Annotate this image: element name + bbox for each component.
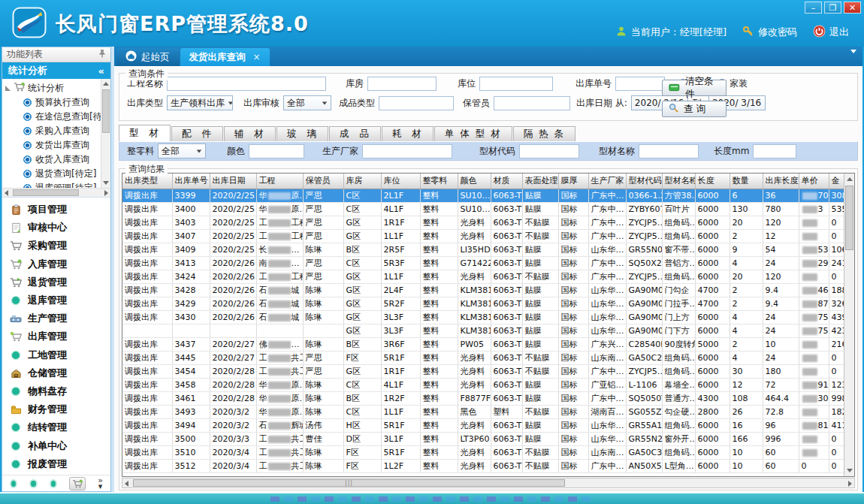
manufacturer-input[interactable] xyxy=(362,144,452,158)
pin-icon[interactable] xyxy=(98,49,106,60)
column-header[interactable]: 型材名称 xyxy=(662,174,695,189)
sidebar-menu-item[interactable]: 退库管理 xyxy=(2,292,110,309)
search-button[interactable]: 查 询 xyxy=(662,101,727,117)
sidebar-menu-item[interactable]: 结转管理 xyxy=(2,419,110,436)
scroll-down-icon[interactable] xyxy=(847,469,853,472)
table-row[interactable]: 调拨出库34302020/2/26石城陈琳G区3L3F整料KLM38176063… xyxy=(122,310,844,324)
tree-item[interactable]: 收货入库查询 xyxy=(5,152,100,167)
column-header[interactable]: 颜色 xyxy=(458,174,491,189)
scroll-up-icon[interactable] xyxy=(103,82,109,86)
profile-name-input[interactable] xyxy=(639,144,699,158)
scroll-left-icon[interactable] xyxy=(5,190,8,196)
sidebar-menu-item[interactable]: 退货管理 xyxy=(2,274,110,291)
material-tab[interactable]: 配 件 xyxy=(171,126,223,141)
tree-item[interactable]: 发货出库查询 xyxy=(5,138,100,152)
project-name-input[interactable] xyxy=(167,77,326,91)
column-header[interactable]: 工程 xyxy=(256,174,303,189)
scroll-down-icon[interactable] xyxy=(103,181,109,185)
logout-button[interactable]: 退出 xyxy=(813,25,849,40)
table-row[interactable]: 调拨出库34372020/2/27佛…陈琳B区3R6F整料PW056063-T5… xyxy=(122,337,844,351)
clear-conditions-button[interactable]: 清空条件 xyxy=(662,80,727,96)
material-tab[interactable]: 辅 材 xyxy=(224,126,276,141)
length-input[interactable] xyxy=(753,144,796,158)
table-row[interactable]: 调拨出库34002020/2/25华原…严思C区4L1F整料SU10…6063-… xyxy=(122,202,844,216)
sidebar-menu-item[interactable]: 入库管理 xyxy=(2,256,110,273)
table-row[interactable]: 调拨出库34582020/2/28华原…陈琳C区4L1F整料光身料6063-T5… xyxy=(122,378,844,391)
tab-close-icon[interactable]: × xyxy=(253,52,261,62)
sidebar-menu-item[interactable]: 采购管理 xyxy=(2,237,110,254)
close-button[interactable]: ✕ xyxy=(844,2,861,14)
module-dot-icon[interactable] xyxy=(10,479,17,488)
color-input[interactable] xyxy=(249,144,304,158)
table-row[interactable]: 调拨出库35122020/3/4工共工程陈琳F区1L2F整料光身料6063-T5… xyxy=(122,459,844,472)
scroll-right-icon[interactable] xyxy=(104,190,108,196)
tab-outbound-query[interactable]: 发货出库查询 × xyxy=(180,48,270,66)
sidebar-menu-item[interactable]: 工地管理 xyxy=(2,347,110,364)
table-row[interactable]: 调拨出库34072020/2/25工工程严思G区1L1F整料光身料6063-T5… xyxy=(122,229,844,243)
table-row[interactable]: 调拨出库33992020/2/25华原…严思C区2L1F整料SU10…6063-… xyxy=(122,189,844,202)
column-header[interactable]: 膜厚 xyxy=(558,174,588,189)
column-header[interactable]: 材质 xyxy=(491,174,522,189)
tree-root-statistics[interactable]: 统计分析 xyxy=(5,80,100,95)
scroll-up-icon[interactable] xyxy=(847,177,853,181)
column-header[interactable]: 保管员 xyxy=(303,174,343,189)
material-tab[interactable]: 单 体 型 材 xyxy=(434,126,512,141)
column-header[interactable]: 数量 xyxy=(730,174,763,189)
scrollbar-thumb[interactable] xyxy=(845,186,853,250)
column-header[interactable]: 整零料 xyxy=(420,174,458,189)
table-row[interactable]: 调拨出库34282020/2/26石城陈琳G区2L4F整料KLM38176063… xyxy=(122,283,844,297)
grid-vertical-scrollbar[interactable] xyxy=(844,174,854,476)
cart-module-button[interactable] xyxy=(69,477,86,490)
tree-vertical-scrollbar[interactable] xyxy=(101,79,110,188)
column-header[interactable]: 金 xyxy=(829,174,844,189)
sidebar-menu-item[interactable]: 项目管理 xyxy=(2,201,110,218)
audit-select[interactable]: 全部 xyxy=(283,95,331,110)
scroll-right-icon[interactable] xyxy=(848,481,852,487)
location-input[interactable] xyxy=(479,77,553,91)
column-header[interactable]: 生产厂家 xyxy=(588,174,626,189)
table-row[interactable]: 调拨出库34942020/3/2石辉城汤伟H区5R1F整料光身料6063-T5贴… xyxy=(122,418,844,432)
table-row[interactable]: 调拨出库34292020/2/26石城陈琳G区5R2F整料KLM38176063… xyxy=(122,297,844,310)
order-no-input[interactable] xyxy=(615,77,665,91)
table-row[interactable]: 调拨出库34542020/2/28工共工程严思G区1R1F整料光身料6063-T… xyxy=(122,364,844,378)
sidebar-menu-item[interactable]: 审核中心 xyxy=(2,219,110,236)
tab-home[interactable]: 起始页 xyxy=(116,48,179,66)
sidebar-menu-item[interactable]: 生产管理 xyxy=(2,310,110,327)
column-header[interactable]: 出库单号 xyxy=(172,174,210,189)
table-row[interactable]: G区3L3F整料KLM38176063-T5贴膜国标山东华…GA90M09…门下… xyxy=(122,324,844,337)
module-dot-icon[interactable] xyxy=(50,479,57,488)
profile-code-input[interactable] xyxy=(519,144,579,158)
tree-horizontal-scrollbar[interactable] xyxy=(2,188,110,198)
tree-item[interactable]: 预算执行查询 xyxy=(5,95,100,110)
grid-horizontal-scrollbar[interactable]: ||| xyxy=(122,478,855,488)
whole-part-select[interactable]: 全部 xyxy=(158,143,206,158)
change-password-button[interactable]: 修改密码 xyxy=(742,26,797,40)
column-header[interactable]: 库房 xyxy=(343,174,381,189)
warehouse-input[interactable] xyxy=(367,77,437,91)
material-tab[interactable]: 成 品 xyxy=(329,126,381,141)
column-header[interactable]: 库位 xyxy=(381,174,420,189)
tree-item[interactable]: 在途信息查询[待 xyxy=(5,110,100,124)
scrollbar-thumb[interactable]: ||| xyxy=(133,479,565,487)
expander-icon[interactable] xyxy=(5,86,11,91)
column-header[interactable]: 出库长度 xyxy=(763,174,799,189)
table-row[interactable]: 调拨出库34032020/2/25工工程严思G区1R1F整料光身料6063-T5… xyxy=(122,216,844,229)
column-header[interactable]: 出库日期 xyxy=(210,174,256,189)
outbound-type-select[interactable]: 生产领料出库 xyxy=(167,95,233,110)
column-header[interactable]: 表面处理 xyxy=(522,174,558,189)
tree-item[interactable]: 退货查询[待定] xyxy=(5,167,100,181)
tree-item[interactable]: 退库管理[待定] xyxy=(5,181,100,188)
minimize-button[interactable]: – xyxy=(805,2,822,14)
sidebar-menu-item[interactable]: 补单中心 xyxy=(2,438,110,454)
sidebar-menu-item[interactable]: 出库管理 xyxy=(2,328,110,345)
table-row[interactable]: 调拨出库34242020/2/26工工程严思G区1L1F整料光身料6063-T5… xyxy=(122,270,844,283)
table-row[interactable]: 调拨出库35002020/3/3工共工程曹佳D区3L1F整料LT3P606063… xyxy=(122,432,844,445)
material-tab[interactable]: 玻 璃 xyxy=(276,126,328,141)
sidebar-menu-item[interactable]: 仓储管理 xyxy=(2,365,110,382)
material-tab[interactable]: 耗 材 xyxy=(382,126,434,141)
table-row[interactable]: 调拨出库34612020/2/28华原…陈琳B区1R2F整料F8877FT606… xyxy=(122,391,844,405)
table-row[interactable]: 调拨出库35102020/3/4工共工程陈琳F区5R1F整料光身料6063-T5… xyxy=(122,445,844,459)
sidebar-menu-item[interactable]: 财务管理 xyxy=(2,401,110,418)
scrollbar-thumb[interactable] xyxy=(13,189,79,196)
tree-item[interactable]: 采购入库查询 xyxy=(5,124,100,138)
